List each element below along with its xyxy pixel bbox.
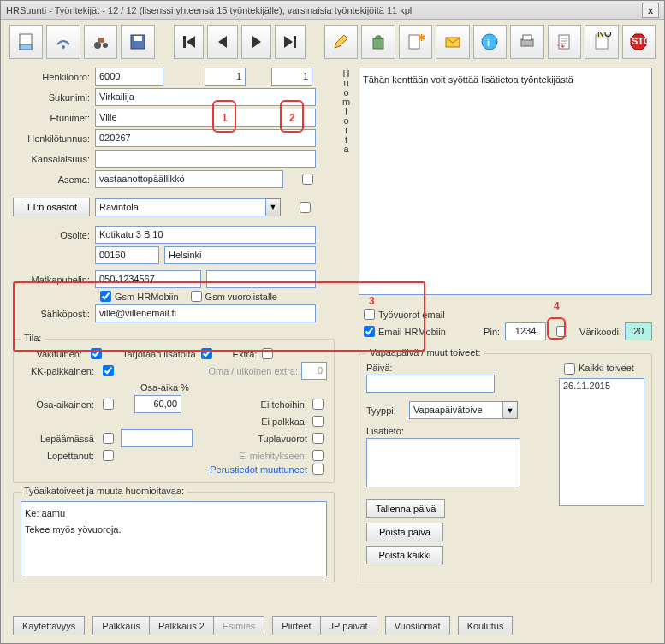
info-icon[interactable]: i xyxy=(473,25,507,59)
first-icon[interactable] xyxy=(174,25,205,59)
perustiedot-check[interactable] xyxy=(312,464,324,475)
sahkoposti-input[interactable]: ville@villenemail.fi xyxy=(95,304,316,322)
recycle-icon[interactable] xyxy=(361,25,395,59)
lopettanut-label: Lopettanut: xyxy=(21,451,98,461)
tarjotaan-check[interactable] xyxy=(201,348,212,359)
huom-memo[interactable]: Tähän kenttään voit syöttää lisätietoa t… xyxy=(359,68,652,295)
osoite-input[interactable]: Kotikatu 3 B 10 xyxy=(95,226,316,244)
poista-button[interactable]: Poista päivä xyxy=(366,523,443,541)
last-icon[interactable] xyxy=(275,25,306,59)
gsm-hrmobiin-check[interactable] xyxy=(100,291,111,302)
notes-textarea[interactable]: Ke: aamu Tekee myös yövuoroja. xyxy=(21,501,327,576)
eimiehitykseen-check[interactable] xyxy=(312,450,324,461)
chevron-down-icon[interactable]: ▼ xyxy=(503,401,518,419)
num2-input[interactable]: 1 xyxy=(271,68,312,86)
tab-palkkaus[interactable]: Palkkaus xyxy=(92,616,150,635)
new-doc-icon[interactable]: ✱ xyxy=(399,25,432,59)
svg-point-4 xyxy=(103,43,108,48)
tyovuorot-email-label: Työvuorot email xyxy=(378,310,445,320)
file-icon[interactable] xyxy=(9,25,43,59)
postinro-input[interactable]: 00160 xyxy=(95,246,159,264)
stop-icon[interactable]: STOP xyxy=(622,25,656,59)
tallenna-button[interactable]: Tallenna päivä xyxy=(366,499,445,518)
eitehoihin-check[interactable] xyxy=(312,399,324,410)
asema-input[interactable]: vastaanottopäällikkö xyxy=(95,170,283,188)
tyyppi-label: Tyyppi: xyxy=(366,405,409,416)
toolbar: ✱ i ↷ NOTE STOP xyxy=(1,20,664,64)
next-icon[interactable] xyxy=(241,25,272,59)
kaikki-toiveet-label: Kaikki toiveet xyxy=(579,363,634,373)
lopettanut-check[interactable] xyxy=(103,450,114,461)
etunimet-input[interactable]: Ville xyxy=(95,109,316,127)
svg-text:STOP: STOP xyxy=(632,36,648,46)
svg-text:i: i xyxy=(487,38,490,48)
kansalaisuus-input[interactable] xyxy=(95,150,316,168)
tab-koulutus[interactable]: Koulutus xyxy=(458,616,514,635)
gsm-vuorolistalle-check[interactable] xyxy=(191,291,202,302)
asema-check[interactable] xyxy=(302,174,313,185)
tab-vuosilomat[interactable]: Vuosilomat xyxy=(385,616,450,635)
lepaa-label: Lepäämässä xyxy=(21,434,98,444)
osastot-select[interactable]: Ravintola xyxy=(95,198,266,216)
paiva-input[interactable] xyxy=(366,375,495,393)
eimiehitykseen-label: Ei miehitykseen: xyxy=(239,451,307,461)
report-icon[interactable]: ↷ xyxy=(548,25,581,59)
tab-jppaivat[interactable]: JP päivät xyxy=(320,616,377,635)
osastot-check[interactable] xyxy=(300,202,311,213)
sukunimi-input[interactable]: Virkailija xyxy=(95,88,316,106)
tab-piirteet[interactable]: Piirteet xyxy=(272,616,320,635)
varikoodi-input[interactable]: 20 xyxy=(625,322,652,340)
osaaika-check[interactable] xyxy=(103,399,114,410)
henkilonro-input[interactable]: 6000 xyxy=(95,68,163,86)
tractor-icon[interactable] xyxy=(84,25,117,59)
poista-kaikki-button[interactable]: Poista kaikki xyxy=(366,546,443,564)
window-title: HRSuunti - Työntekijät - 12 / 12 (lisens… xyxy=(6,5,412,15)
svg-text:↷: ↷ xyxy=(557,41,565,51)
kaikki-toiveet-check[interactable] xyxy=(564,363,575,375)
vakituinen-check[interactable] xyxy=(91,348,102,359)
kaupunki-input[interactable]: Helsinki xyxy=(164,246,316,264)
pin-check[interactable] xyxy=(556,326,567,337)
svg-marker-11 xyxy=(252,36,261,48)
lisatieto-textarea[interactable] xyxy=(366,438,520,487)
tuplavuorot-check[interactable] xyxy=(312,433,324,444)
mail-icon[interactable] xyxy=(436,25,469,59)
osaaika-input[interactable]: 60,00 xyxy=(134,395,181,413)
edit-icon[interactable] xyxy=(324,25,358,59)
osastot-button[interactable]: TT:n osastot xyxy=(13,198,90,216)
num1-input[interactable]: 1 xyxy=(205,68,246,86)
chevron-down-icon[interactable]: ▼ xyxy=(266,198,281,216)
save-icon[interactable] xyxy=(121,25,154,59)
matkapuhelin-input[interactable]: 050-1234567 xyxy=(95,270,201,288)
tyovuorot-email-check[interactable] xyxy=(364,309,375,320)
eipalkkaa-check[interactable] xyxy=(312,416,324,427)
tyyppi-select[interactable]: Vapaapäivätoive xyxy=(409,401,503,419)
perustiedot-label: Perustiedot muuttuneet xyxy=(210,464,307,475)
kk-check[interactable] xyxy=(103,365,114,376)
toiveet-list[interactable]: 26.11.2015 xyxy=(559,378,644,506)
tab-palkkaus2[interactable]: Palkkaus 2 xyxy=(149,616,214,635)
tab-kaytettavyys[interactable]: Käytettävyys xyxy=(13,616,85,635)
lepaa-check[interactable] xyxy=(103,433,114,444)
tab-esimies[interactable]: Esimies xyxy=(213,616,265,635)
close-button[interactable]: x xyxy=(642,3,659,18)
note-icon[interactable]: NOTE xyxy=(585,25,618,59)
wifi-icon[interactable] xyxy=(46,25,80,59)
matkapuhelin2-input[interactable] xyxy=(206,270,316,288)
svg-text:✱: ✱ xyxy=(418,32,425,43)
pin-input[interactable]: 1234 xyxy=(505,322,546,340)
extra-check[interactable] xyxy=(262,348,273,359)
huom-vertical-label: Huomioita xyxy=(340,68,353,582)
pin-label: Pin: xyxy=(484,327,500,337)
vakituinen-label: Vakituinen: xyxy=(21,349,86,359)
lepaa-input[interactable] xyxy=(121,429,193,447)
label-matkapuhelin: Matkapuhelin: xyxy=(13,275,95,285)
label-etunimet: Etunimet: xyxy=(13,113,95,123)
label-hetu: Henkilötunnus: xyxy=(13,133,95,144)
osaaika-label: Osa-aikainen: xyxy=(21,399,98,410)
kk-label: KK-palkkainen: xyxy=(21,366,98,376)
hetu-input[interactable]: 020267 xyxy=(95,129,316,147)
email-hrmobiin-check[interactable] xyxy=(364,326,375,337)
prev-icon[interactable] xyxy=(207,25,238,59)
print-icon[interactable] xyxy=(510,25,543,59)
